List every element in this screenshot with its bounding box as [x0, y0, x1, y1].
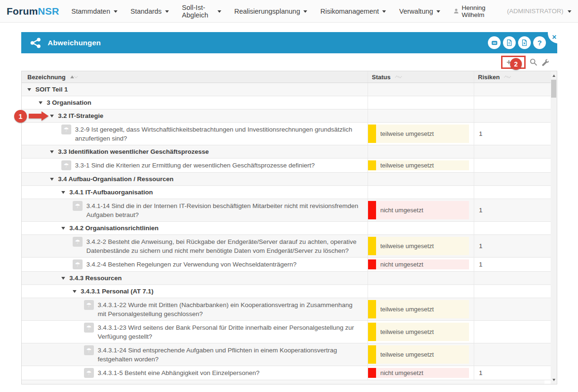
card-list-icon[interactable]: [488, 36, 501, 49]
status-cell: teilweise umgesetzt: [368, 123, 474, 145]
tree-collapse-icon[interactable]: [61, 227, 65, 230]
status-cell: nicht umgesetzt: [368, 258, 474, 271]
nav-item-risikomanagement[interactable]: Risikomanagement: [320, 8, 386, 15]
app-logo[interactable]: ForumNSR: [7, 6, 59, 17]
excel-export-icon[interactable]: [518, 36, 531, 49]
risks-count: [474, 186, 551, 199]
status-color-block: [368, 125, 376, 143]
item-question-text: 3.4.3.1-5 Besteht eine Abhängigkeit von …: [98, 368, 265, 377]
status-badge: nicht umgesetzt: [368, 201, 469, 219]
panel-actions: ?: [488, 36, 546, 49]
tree-group-row[interactable]: 3.4.3 Ressourcen: [22, 272, 551, 285]
name-cell: ☂3.4.2-2 Besteht die Anweisung, bei Rück…: [22, 235, 368, 257]
column-header-status[interactable]: Status: [368, 71, 474, 83]
name-cell: ☂3.4.3.1-5 Besteht eine Abhängigkeit von…: [22, 366, 368, 380]
status-badge: nicht umgesetzt: [368, 368, 469, 378]
tree-collapse-icon[interactable]: [50, 150, 54, 153]
tree-leaf-row[interactable]: ☂3.4.2-2 Besteht die Anweisung, bei Rück…: [22, 235, 551, 258]
tree-collapse-icon[interactable]: [50, 178, 54, 181]
user-menu[interactable]: Henning Wilhelm (ADMINISTRATOR): [453, 4, 571, 18]
status-color-block: [368, 237, 376, 255]
nav-item-soll-ist-abgleich[interactable]: Soll-Ist-Abgleich: [182, 4, 221, 19]
name-cell: 3.4.1 IT-Aufbauorganisation: [22, 186, 368, 199]
nav-item-label: Verwaltung: [399, 8, 433, 15]
tree-leaf-row[interactable]: ☂3.2-9 Ist geregelt, dass Wirtschaftlich…: [22, 123, 551, 145]
vertical-scrollbar[interactable]: [551, 71, 557, 384]
tree-leaf-row[interactable]: ☂3.4.3.1-22 Wurde mit Dritten (Nachbarba…: [22, 298, 551, 321]
measure-umbrella-icon: ☂: [61, 160, 71, 170]
name-cell: 3.2 IT-Strategie: [22, 109, 368, 122]
nav-item-realisierungsplanung[interactable]: Realisierungsplanung: [235, 8, 307, 15]
chevron-down-icon: [303, 10, 307, 13]
close-icon[interactable]: ×: [552, 33, 556, 41]
nav-item-stammdaten[interactable]: Stammdaten: [71, 8, 117, 15]
name-cell: ☂3.4.3.1-23 Wird seitens der Bank Person…: [22, 321, 368, 343]
tree-group-row[interactable]: 3.4 Aufbau-Organisation / Ressourcen: [22, 173, 551, 186]
status-cell: [368, 145, 474, 158]
scroll-up-icon[interactable]: [551, 72, 557, 79]
list-toolbar: + −: [21, 53, 557, 71]
status-badge: teilweise umgesetzt: [368, 160, 469, 170]
item-question-text: 3.4.2-2 Besteht die Anweisung, bei Rückg…: [86, 237, 368, 255]
tree-group-row[interactable]: 3.2 IT-Strategie: [22, 109, 551, 123]
item-question-text: 3.4.3.1-22 Wurde mit Dritten (Nachbarban…: [98, 300, 368, 318]
tree-collapse-icon[interactable]: [27, 88, 31, 91]
status-color-block: [368, 201, 376, 219]
status-color-block: [368, 323, 376, 341]
tree-leaf-row[interactable]: ☂3.3-1 Sind die Kriterien zur Ermittlung…: [22, 158, 551, 173]
column-header-bezeichnung[interactable]: Bezeichnung: [22, 71, 368, 83]
tree-group-row[interactable]: 3.3 Identifikation wesentlicher Geschäft…: [22, 145, 551, 158]
column-header-risiken[interactable]: Risiken: [474, 71, 551, 83]
item-question-text: 3.3-1 Sind die Kriterien zur Ermittlung …: [75, 160, 320, 170]
measure-umbrella-icon: ☂: [84, 368, 94, 378]
tree-group-row[interactable]: SOIT Teil 1: [22, 83, 551, 96]
name-cell: ☂3.4.3.1-22 Wurde mit Dritten (Nachbarba…: [22, 298, 368, 320]
tree-collapse-icon[interactable]: [61, 191, 65, 194]
tree-leaf-row[interactable]: ☂3.4.1-14 Sind die in der Internen IT-Re…: [22, 199, 551, 222]
chevron-down-icon: [165, 10, 169, 13]
help-icon[interactable]: ?: [533, 36, 546, 49]
tree-leaf-row[interactable]: ☂3.4.3.1-5 Besteht eine Abhängigkeit von…: [22, 366, 551, 380]
user-role: (ADMINISTRATOR): [507, 8, 564, 15]
nav-item-verwaltung[interactable]: Verwaltung: [399, 8, 440, 15]
share-icon[interactable]: [30, 37, 41, 49]
risks-count: [474, 96, 551, 109]
tree-collapse-icon[interactable]: [39, 101, 42, 104]
item-question-text: 3.4.2-4 Bestehen Regelungen zur Verwendu…: [86, 259, 302, 269]
name-cell: 3.4.3.1 Personal (AT 7.1): [22, 285, 368, 298]
item-question-text: 3.2-9 Ist geregelt, dass Wirtschaftlichk…: [75, 125, 368, 143]
status-cell: [368, 285, 474, 298]
item-question-text: 3.4.3.1-23 Wird seitens der Bank Persona…: [98, 323, 368, 341]
status-badge: teilweise umgesetzt: [368, 125, 469, 143]
status-cell: teilweise umgesetzt: [368, 321, 474, 343]
tree-group-row[interactable]: 3.4.1 IT-Aufbauorganisation: [22, 186, 551, 199]
risks-count: [474, 272, 551, 284]
tree-leaf-row[interactable]: ☂3.4.3.1-23 Wird seitens der Bank Person…: [22, 321, 551, 343]
nav-item-standards[interactable]: Standards: [131, 8, 169, 15]
tree-group-row[interactable]: 3 Organisation: [22, 96, 551, 109]
name-cell: 3 Organisation: [22, 96, 368, 109]
name-cell: 3.4 Aufbau-Organisation / Ressourcen: [22, 173, 368, 185]
status-color-block: [368, 160, 376, 170]
group-label: 3.4 Aufbau-Organisation / Ressourcen: [58, 175, 174, 183]
search-icon[interactable]: [529, 58, 537, 66]
tree-leaf-row[interactable]: ☂3.4.2-4 Bestehen Regelungen zur Verwend…: [22, 258, 551, 272]
tree-group-row[interactable]: 3.4.3.1 Personal (AT 7.1): [22, 285, 551, 298]
column-label: Status: [372, 74, 391, 81]
scrollbar-thumb[interactable]: [551, 80, 556, 98]
status-cell: [368, 186, 474, 199]
settings-wrench-icon[interactable]: [541, 58, 549, 66]
status-label: nicht umgesetzt: [376, 259, 469, 269]
tree-collapse-icon[interactable]: [61, 277, 65, 280]
status-label: teilweise umgesetzt: [376, 125, 469, 143]
tree-leaf-row[interactable]: ☂3.4.3.1-24 Sind entsprechende Aufgaben …: [22, 343, 551, 366]
main-nav: StammdatenStandardsSoll-Ist-AbgleichReal…: [71, 4, 453, 19]
tree-group-row[interactable]: 3.4.2 Organisationsrichtlinien: [22, 222, 551, 235]
tree-collapse-icon[interactable]: [50, 115, 54, 117]
scroll-down-icon[interactable]: [551, 376, 557, 383]
risks-count: [474, 145, 551, 158]
status-color-block: [368, 259, 376, 269]
status-color-block: [368, 368, 376, 378]
tree-collapse-icon[interactable]: [73, 290, 76, 293]
pdf-export-icon[interactable]: [503, 36, 516, 49]
